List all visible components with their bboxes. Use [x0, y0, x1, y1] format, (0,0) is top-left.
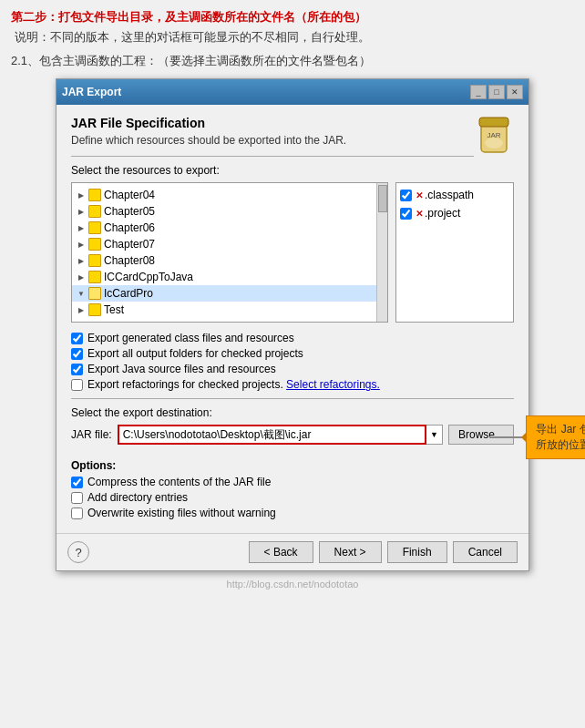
add-directory-row: Add directory entries — [71, 491, 514, 504]
tree-arrow: ▼ — [76, 288, 87, 299]
folder-icon — [88, 221, 101, 234]
tree-item[interactable]: ▶ Chapter07 — [72, 236, 376, 252]
tree-arrow: ▶ — [76, 239, 87, 250]
close-button[interactable]: ✕ — [507, 85, 523, 99]
folder-icon — [88, 189, 101, 201]
tree-item[interactable]: ▶ Chapter06 — [72, 220, 376, 236]
dialog-window-controls: _ □ ✕ — [470, 85, 523, 99]
resources-area: ▶ Chapter04 ▶ Chapter05 ▶ Chapter — [71, 182, 514, 323]
minimize-button[interactable]: _ — [470, 85, 487, 99]
dialog-footer: ? < Back Next > Finish Cancel — [56, 533, 529, 570]
svg-rect-1 — [479, 118, 508, 127]
tree-arrow: ▶ — [76, 222, 87, 233]
folder-icon — [88, 254, 101, 267]
classpath-check-item[interactable]: ✕ .classpath — [400, 189, 509, 201]
export-java-source-row: Export Java source files and resources — [71, 363, 514, 375]
resources-label: Select the resources to export: — [71, 164, 514, 177]
overwrite-files-row: Overwrite existing files without warning — [71, 507, 514, 519]
folder-icon — [88, 238, 101, 251]
export-refactorings-checkbox[interactable] — [71, 379, 83, 391]
page-background: 第二步：打包文件导出目录，及主调函数所在的文件名（所在的包） 说明：不同的版本，… — [0, 0, 585, 599]
tree-arrow: ▶ — [76, 255, 87, 266]
add-directory-checkbox[interactable] — [71, 492, 83, 504]
folder-icon — [88, 271, 101, 283]
tree-item[interactable]: ▶ ICCardCppToJava — [72, 269, 376, 285]
compress-options: Options: Compress the contents of the JA… — [71, 459, 514, 519]
callout-tooltip: 导出 Jar 包所放的位置 — [526, 415, 585, 459]
step-sub: 2.1、包含主调函数的工程：（要选择主调函数所在的文件名暨包名） — [11, 53, 574, 69]
tree-arrow: ▶ — [76, 272, 87, 282]
tree-item[interactable]: ▶ Chapter04 — [72, 187, 376, 203]
tree-item[interactable]: ▶ Chapter08 — [72, 252, 376, 269]
x-icon: ✕ — [416, 209, 423, 219]
project-tree-panel[interactable]: ▶ Chapter04 ▶ Chapter05 ▶ Chapter — [71, 182, 388, 323]
folder-open-icon — [88, 287, 101, 300]
tree-arrow: ▶ — [76, 304, 87, 315]
x-icon: ✕ — [416, 190, 423, 200]
options-label: Options: — [71, 459, 514, 472]
jar-file-dropdown[interactable]: ▼ — [426, 425, 443, 445]
export-options: Export generated class files and resourc… — [71, 332, 514, 391]
jar-export-dialog: JAR Export _ □ ✕ JAR JAR File Specificat… — [56, 78, 529, 571]
export-class-files-checkbox[interactable] — [71, 333, 83, 344]
svg-text:JAR: JAR — [487, 131, 500, 139]
project-checkbox[interactable] — [400, 208, 412, 220]
footer-buttons: < Back Next > Finish Cancel — [249, 541, 518, 563]
back-button[interactable]: < Back — [249, 541, 313, 563]
folder-icon — [88, 303, 101, 316]
checklist-panel: ✕ .classpath ✕ .project — [395, 182, 514, 323]
finish-button[interactable]: Finish — [387, 541, 447, 563]
step-title: 第二步：打包文件导出目录，及主调函数所在的文件名（所在的包） — [11, 9, 574, 26]
dest-row: JAR file: ▼ Browse... — [71, 425, 514, 445]
overwrite-files-checkbox[interactable] — [71, 508, 83, 519]
export-refactorings-row: Export refactorings for checked projects… — [71, 378, 514, 391]
project-tree: ▶ Chapter04 ▶ Chapter05 ▶ Chapter — [72, 183, 376, 322]
scrollbar-thumb[interactable] — [378, 185, 387, 212]
callout-area: 导出 Jar 包所放的位置 — [489, 415, 585, 459]
tree-arrow: ▶ — [76, 190, 87, 200]
help-button[interactable]: ? — [67, 541, 89, 563]
cancel-button[interactable]: Cancel — [453, 541, 518, 563]
jar-file-label: JAR file: — [71, 428, 112, 441]
tree-item[interactable]: ▶ Test — [72, 302, 376, 318]
project-check-item[interactable]: ✕ .project — [400, 207, 509, 220]
tree-arrow: ▶ — [76, 206, 87, 217]
jar-file-input-wrap: ▼ — [118, 425, 443, 445]
next-button[interactable]: Next > — [319, 541, 382, 563]
divider1 — [71, 156, 474, 157]
divider2 — [71, 398, 514, 399]
select-refactorings-link[interactable]: Select refactorings. — [286, 378, 380, 391]
export-output-folders-row: Export all output folders for checked pr… — [71, 347, 514, 360]
export-class-files-row: Export generated class files and resourc… — [71, 332, 514, 344]
dialog-title: JAR Export — [62, 86, 121, 98]
section-desc: Define which resources should be exporte… — [71, 134, 514, 147]
jar-file-input[interactable] — [118, 425, 426, 445]
step-note: 说明：不同的版本，这里的对话框可能显示的不尽相同，自行处理。 — [11, 29, 574, 46]
export-java-source-checkbox[interactable] — [71, 364, 83, 375]
jar-icon: JAR — [474, 112, 514, 162]
dialog-titlebar: JAR Export _ □ ✕ — [56, 79, 529, 105]
folder-icon — [88, 205, 101, 218]
classpath-checkbox[interactable] — [400, 190, 412, 201]
dialog-content: JAR JAR File Specification Define which … — [56, 105, 529, 533]
tree-scrollbar[interactable] — [376, 183, 387, 322]
compress-jar-row: Compress the contents of the JAR file — [71, 476, 514, 488]
compress-jar-checkbox[interactable] — [71, 477, 83, 488]
export-output-folders-checkbox[interactable] — [71, 348, 83, 360]
tree-item[interactable]: ▶ Chapter05 — [72, 203, 376, 220]
tree-item[interactable]: ▼ IcCardPro — [72, 285, 376, 302]
maximize-button[interactable]: □ — [488, 85, 505, 99]
watermark: http://blog.csdn.net/nodototao — [11, 579, 574, 590]
dest-label: Select the export destination: — [71, 406, 514, 419]
section-title: JAR File Specification — [71, 116, 514, 130]
dest-section: Select the export destination: JAR file:… — [71, 406, 514, 452]
